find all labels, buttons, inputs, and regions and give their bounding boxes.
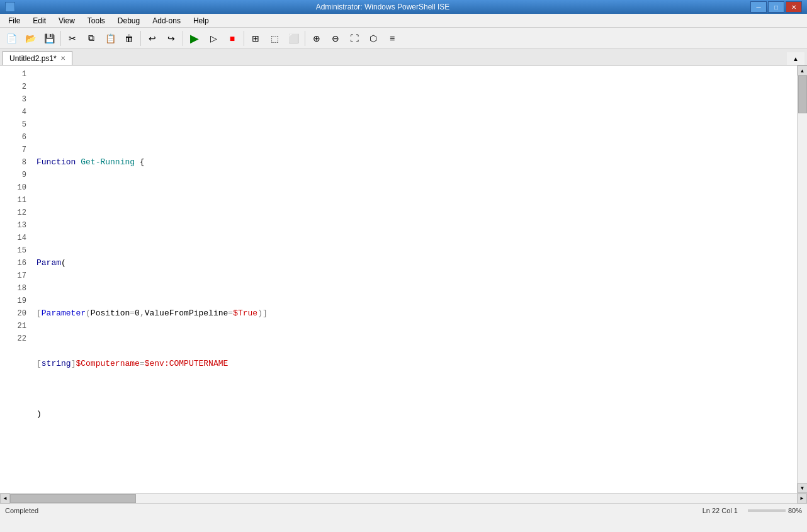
title-bar-title: Administrator: Windows PowerShell ISE — [15, 3, 750, 11]
scroll-track[interactable] — [798, 76, 807, 483]
toolbar-separator-4 — [244, 31, 244, 46]
line-num-4: 4 — [0, 106, 26, 118]
vertical-scrollbar[interactable]: ▲ ▼ — [797, 65, 807, 493]
line-num-10: 10 — [0, 181, 26, 194]
toolbar-separator-1 — [60, 31, 61, 46]
new-tab-button[interactable]: ⊞ — [247, 30, 264, 47]
code-line-3 — [37, 207, 797, 219]
scroll-down-button[interactable]: ▼ — [798, 483, 808, 493]
horizontal-split-button[interactable]: ⬚ — [266, 30, 283, 47]
status-bar: Completed Ln 22 Col 1 80% — [0, 503, 807, 517]
line-num-12: 12 — [0, 207, 26, 219]
status-text: Completed — [5, 507, 38, 514]
var-env: $env:COMPUTERNAME — [145, 358, 229, 370]
h-scroll-track[interactable] — [10, 494, 797, 503]
line-col-indicator: Ln 22 Col 1 — [703, 507, 738, 514]
run-selection-button[interactable]: ▷ — [205, 30, 222, 47]
open-button[interactable]: 📂 — [21, 30, 39, 47]
zoom-slider[interactable] — [748, 509, 786, 512]
run-button[interactable]: ▶ — [186, 30, 203, 47]
undo-button[interactable]: ↩ — [144, 30, 161, 47]
line-num-5: 5 — [0, 118, 26, 131]
line-num-14: 14 — [0, 232, 26, 244]
line-num-8: 8 — [0, 156, 26, 169]
menu-help[interactable]: Help — [188, 14, 215, 27]
line-num-21: 21 — [0, 320, 26, 332]
code-area[interactable]: Function Get-Running { Param ( [ Paramet… — [31, 65, 797, 493]
close-button[interactable]: ✕ — [786, 1, 802, 13]
addon-button-2[interactable]: ≡ — [383, 30, 401, 47]
line-numbers: 1 2 3 4 5 6 7 8 9 10 11 12 13 14 15 16 1… — [0, 65, 31, 493]
tab-bar: Untitled2.ps1* ✕ ▲ — [0, 49, 807, 65]
line-num-6: 6 — [0, 131, 26, 144]
var-computername: $Computername — [76, 358, 139, 370]
copy-button[interactable]: ⧉ — [82, 30, 100, 47]
attr-parameter: Parameter — [42, 307, 86, 320]
line-num-22: 22 — [0, 332, 26, 345]
line-num-17: 17 — [0, 269, 26, 282]
code-line-8 — [37, 458, 797, 471]
scroll-right-button[interactable]: ► — [797, 494, 807, 504]
toolbar-separator-5 — [305, 31, 305, 46]
title-bar-icon — [5, 2, 15, 12]
new-button[interactable]: 📄 — [3, 30, 20, 47]
full-screen-button[interactable]: ⛶ — [346, 30, 363, 47]
code-line-1 — [37, 106, 797, 118]
menu-tools[interactable]: Tools — [82, 14, 111, 27]
h-scroll-thumb[interactable] — [10, 494, 136, 503]
code-line-5: [ Parameter ( Position = 0 , ValueFromPi… — [37, 307, 797, 320]
tab-untitled2[interactable]: Untitled2.ps1* ✕ — [3, 51, 72, 65]
code-line-6: [ string ] $Computername = $env:COMPUTER… — [37, 358, 797, 370]
menu-file[interactable]: File — [3, 14, 26, 27]
line-num-7: 7 — [0, 144, 26, 156]
line-num-16: 16 — [0, 257, 26, 269]
line-num-3: 3 — [0, 93, 26, 106]
toolbar: 📄 📂 💾 ✂ ⧉ 📋 🗑 ↩ ↪ ▶ ▷ ■ ⊞ ⬚ ⬜ ⊕ ⊖ ⛶ ⬡ ≡ — [0, 28, 807, 49]
title-bar: Administrator: Windows PowerShell ISE ─ … — [0, 0, 807, 14]
code-line-2: Function Get-Running { — [37, 156, 797, 169]
fn-name: Get-Running — [81, 156, 135, 169]
redo-button[interactable]: ↪ — [162, 30, 180, 47]
zoom-in-button[interactable]: ⊕ — [308, 30, 325, 47]
scroll-up-button[interactable]: ▲ — [798, 65, 808, 76]
editor-container: 1 2 3 4 5 6 7 8 9 10 11 12 13 14 15 16 1… — [0, 65, 807, 503]
line-num-20: 20 — [0, 307, 26, 320]
addon-button-1[interactable]: ⬡ — [364, 30, 382, 47]
menu-view[interactable]: View — [53, 14, 81, 27]
toolbar-separator-2 — [140, 31, 141, 46]
clear-button[interactable]: 🗑 — [120, 30, 138, 47]
code-line-4: Param ( — [37, 257, 797, 269]
line-num-18: 18 — [0, 282, 26, 295]
menu-addons[interactable]: Add-ons — [147, 14, 186, 27]
line-num-13: 13 — [0, 219, 26, 232]
tab-close-button[interactable]: ✕ — [60, 55, 65, 62]
maximize-button[interactable]: □ — [768, 1, 784, 13]
tab-label: Untitled2.ps1* — [9, 54, 57, 63]
scroll-thumb[interactable] — [798, 76, 807, 113]
kw-param: Param — [37, 257, 61, 269]
toolbar-separator-3 — [183, 31, 183, 46]
title-bar-controls: ─ □ ✕ — [750, 1, 802, 13]
horizontal-scrollbar[interactable]: ◄ ► — [0, 493, 807, 503]
line-num-15: 15 — [0, 244, 26, 257]
kw-function: Function — [37, 156, 76, 169]
save-button[interactable]: 💾 — [40, 30, 58, 47]
line-num-9: 9 — [0, 169, 26, 181]
menu-debug[interactable]: Debug — [112, 14, 145, 27]
zoom-level: 80% — [788, 507, 802, 514]
cut-button[interactable]: ✂ — [64, 30, 81, 47]
scroll-left-button[interactable]: ◄ — [0, 494, 10, 504]
editor-scroll-area[interactable]: 1 2 3 4 5 6 7 8 9 10 11 12 13 14 15 16 1… — [0, 65, 807, 493]
zoom-out-button[interactable]: ⊖ — [327, 30, 344, 47]
minimize-button[interactable]: ─ — [750, 1, 767, 13]
tab-scroll-up-button[interactable]: ▲ — [787, 52, 804, 65]
line-num-1: 1 — [0, 68, 26, 81]
line-num-19: 19 — [0, 295, 26, 307]
menu-edit[interactable]: Edit — [27, 14, 52, 27]
stop-button[interactable]: ■ — [223, 30, 241, 47]
paste-button[interactable]: 📋 — [101, 30, 119, 47]
menu-bar: File Edit View Tools Debug Add-ons Help — [0, 14, 807, 28]
vertical-split-button[interactable]: ⬜ — [285, 30, 302, 47]
line-num-11: 11 — [0, 194, 26, 207]
code-line-7: ) — [37, 408, 797, 421]
